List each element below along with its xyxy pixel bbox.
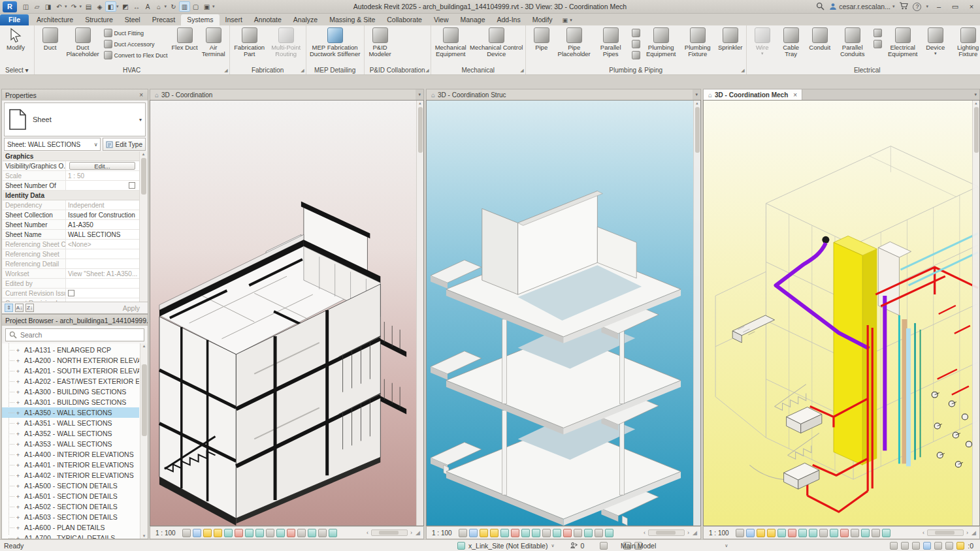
browser-scrollbar[interactable]: ▴▾ [140, 343, 148, 539]
drawing-area-structure[interactable]: ▴ [426, 100, 701, 526]
browser-item-a1-a700-typical-details[interactable]: +A1-A700 - TYPICAL DETAILS [2, 533, 139, 539]
ribbon-tab-insert[interactable]: Insert [220, 14, 248, 25]
sort-ascending-icon[interactable]: A↓ [15, 304, 24, 312]
tag-icon[interactable]: ◈ [94, 1, 105, 12]
edit-type-button[interactable]: Edit Type [103, 138, 146, 151]
current-revision-issu-checkbox[interactable] [68, 290, 74, 296]
pipe-fitting-button[interactable] [630, 39, 642, 49]
select-links-icon[interactable] [890, 542, 898, 550]
panel-label-select[interactable]: Select ▾ [0, 66, 34, 74]
design-option-caret-icon[interactable]: ∨ [725, 543, 728, 548]
ribbon-button-device[interactable]: Device▾ [921, 26, 950, 65]
scroll-left-icon[interactable]: ‹ [921, 529, 926, 536]
scale-button[interactable]: 1 : 100 [153, 529, 181, 537]
visibility-icon[interactable]: ▥ [179, 1, 190, 12]
selection-box-icon[interactable] [882, 529, 890, 537]
edit-visibility-button[interactable]: Edit... [69, 162, 135, 170]
sun-path-icon[interactable] [203, 529, 212, 537]
pipe-accessory-button[interactable] [630, 50, 642, 60]
ribbon-tab-view[interactable]: View [428, 14, 455, 25]
close-button[interactable]: × [966, 3, 977, 10]
detail-level-icon[interactable] [459, 529, 467, 537]
ribbon-button-sprinkler[interactable]: Sprinkler [716, 26, 745, 65]
browser-item-a1-a352-wall-sections[interactable]: +A1-A352 - WALL SECTIONS [2, 428, 139, 439]
rendering-dialog-icon[interactable] [224, 529, 233, 537]
temporary-hide-isolate-icon[interactable] [553, 529, 561, 537]
temporary-hide-isolate-icon[interactable] [276, 529, 285, 537]
crop-view-icon[interactable] [511, 529, 519, 537]
redo-caret-icon[interactable]: ▾ [80, 4, 82, 9]
ribbon-button-parallel-conduits[interactable]: Parallel Conduits [834, 26, 871, 65]
expand-icon[interactable]: + [15, 357, 21, 364]
ribbon-tab-systems[interactable]: Systems [181, 14, 219, 25]
properties-help-icon[interactable]: ⇕ [5, 304, 13, 312]
crop-view-icon[interactable] [788, 529, 796, 537]
browser-item-a1-a500-section-details[interactable]: +A1-A500 - SECTION DETAILS [2, 480, 139, 491]
panel-label-p-id-collaboration[interactable]: P&ID Collaboration [365, 66, 431, 74]
unlocked-3d-view-icon[interactable] [532, 529, 540, 537]
print-icon[interactable]: ▤ [83, 1, 94, 12]
ribbon-tab-manage[interactable]: Manage [455, 14, 491, 25]
temporary-view-properties-icon[interactable] [318, 529, 327, 537]
canvas-vertical-scrollbar[interactable]: ▴ [693, 101, 700, 526]
highlight-displacement-sets-icon[interactable] [297, 529, 306, 537]
ribbon-tab-massing-site[interactable]: Massing & Site [323, 14, 381, 25]
temporary-view-properties-icon[interactable] [595, 529, 603, 537]
property-section-graphics[interactable]: Graphics↥ [3, 151, 147, 161]
design-option-select[interactable]: Main Model [621, 542, 656, 550]
expand-icon[interactable]: + [15, 451, 21, 458]
text-icon[interactable]: A [142, 1, 154, 12]
temporary-hide-isolate-icon[interactable] [830, 529, 838, 537]
inactive-icon[interactable]: ▢ [190, 1, 201, 12]
worksharing-display-icon[interactable] [861, 529, 870, 537]
ribbon-button-duct-fitting[interactable]: Duct Fitting [103, 28, 169, 38]
resize-grip-icon[interactable]: ◢ [692, 529, 698, 536]
browser-item-a1-a400-interior-elevations[interactable]: +A1-A400 - INTERIOR ELEVATIONS [2, 449, 139, 460]
reveal-hidden-elements-icon[interactable] [266, 529, 274, 537]
expand-icon[interactable]: + [15, 347, 21, 354]
analytical-model-icon[interactable] [287, 529, 295, 537]
ribbon-button-multi-point-routing[interactable]: Multi-Point Routing [268, 26, 304, 65]
ribbon-tab-analyze[interactable]: Analyze [287, 14, 323, 25]
sun-path-icon[interactable] [757, 529, 765, 537]
ribbon-tab-architecture[interactable]: Architecture [31, 14, 79, 25]
visual-style-icon[interactable] [193, 529, 201, 537]
restore-button[interactable]: ▭ [949, 3, 961, 11]
analytical-model-icon[interactable] [840, 529, 849, 537]
browser-item-a1-a501-section-details[interactable]: +A1-A501 - SECTION DETAILS [2, 491, 139, 501]
model-cube-icon[interactable] [600, 542, 608, 550]
ribbon-button-duct-accessory[interactable]: Duct Accessory [103, 39, 169, 49]
scroll-right-icon[interactable]: › [409, 529, 414, 536]
selection-box-icon[interactable] [329, 529, 337, 537]
panel-label-mechanical[interactable]: Mechanical [431, 66, 525, 74]
panel-expander-icon[interactable]: ◢ [224, 68, 227, 73]
panel-expander-icon[interactable]: ◢ [301, 68, 304, 73]
select-elements-by-face-icon[interactable] [923, 542, 931, 550]
type-selector-caret-icon[interactable]: ▾ [139, 117, 142, 123]
unlocked-3d-view-icon[interactable] [809, 529, 817, 537]
browser-item-a1-a351-wall-sections[interactable]: +A1-A351 - WALL SECTIONS [2, 418, 139, 428]
show-crop-region-icon[interactable] [521, 529, 530, 537]
section-icon[interactable]: ◩ [120, 1, 131, 12]
help-caret-icon[interactable]: ▾ [926, 4, 928, 9]
measure-icon[interactable]: ↔ [131, 1, 142, 12]
ribbon-tab-structure[interactable]: Structure [79, 14, 119, 25]
cable-tray-fitting-button[interactable] [872, 28, 883, 38]
ribbon-button-conduit[interactable]: Conduit [806, 26, 834, 65]
browser-item-a1-a301-building-sections[interactable]: +A1-A301 - BUILDING SECTIONS [2, 397, 139, 407]
scroll-right-icon[interactable]: › [965, 529, 970, 536]
expand-icon[interactable]: + [15, 441, 21, 448]
3d-model-structure[interactable] [427, 101, 700, 526]
ribbon-button-electrical-equipment[interactable]: Electrical Equipment [885, 26, 921, 65]
visual-style-icon[interactable] [469, 529, 478, 537]
ribbon-button-duct-placeholder[interactable]: Duct Placeholder [65, 26, 101, 65]
panel-expander-icon[interactable]: ◢ [520, 68, 523, 73]
horizontal-scrollbar[interactable] [648, 529, 685, 536]
undo-icon[interactable]: ↶ [54, 1, 65, 12]
panel-label-mep-detailing[interactable]: MEP Detailing [306, 66, 364, 74]
expand-icon[interactable]: + [15, 399, 21, 406]
panel-label-fabrication[interactable]: Fabrication [230, 66, 306, 74]
sun-path-icon[interactable] [480, 529, 488, 537]
ribbon-tab-precast[interactable]: Precast [146, 14, 182, 25]
instance-selector[interactable]: Sheet: WALL SECTIONS ∨ [4, 138, 101, 151]
